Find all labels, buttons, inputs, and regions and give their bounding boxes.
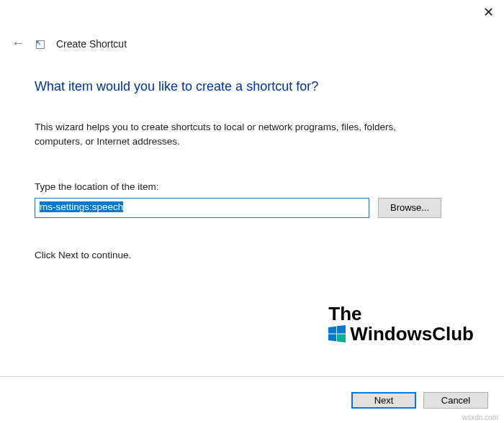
- button-bar: Next Cancel: [351, 392, 488, 409]
- location-input-value: ms-settings:speech: [40, 201, 123, 212]
- wizard-description: This wizard helps you to create shortcut…: [35, 120, 438, 150]
- page-heading: What item would you like to create a sho…: [35, 79, 469, 94]
- button-bar-separator: [0, 376, 504, 377]
- cancel-button[interactable]: Cancel: [423, 392, 488, 409]
- shortcut-icon: [36, 40, 45, 49]
- close-icon[interactable]: ✕: [483, 6, 494, 19]
- svg-marker-2: [328, 335, 336, 342]
- origin-label: wsxdn.com: [462, 414, 498, 422]
- svg-marker-1: [337, 325, 346, 334]
- svg-marker-0: [328, 327, 336, 334]
- wizard-title: Create Shortcut: [56, 38, 127, 50]
- back-arrow-icon[interactable]: ←: [12, 36, 24, 51]
- next-button[interactable]: Next: [351, 392, 416, 409]
- wizard-header: ← Create Shortcut: [12, 36, 127, 51]
- location-row: ms-settings:speech Browse...: [35, 198, 469, 218]
- svg-marker-3: [337, 335, 346, 343]
- location-input[interactable]: ms-settings:speech: [35, 198, 369, 218]
- wizard-content: What item would you like to create a sho…: [35, 79, 469, 260]
- watermark-line1: The: [328, 304, 474, 324]
- continue-hint: Click Next to continue.: [35, 250, 469, 260]
- browse-button[interactable]: Browse...: [378, 198, 441, 218]
- watermark-line2: WindowsClub: [350, 324, 474, 344]
- location-label: Type the location of the item:: [35, 181, 469, 192]
- windows-logo-icon: [328, 325, 346, 342]
- watermark: The WindowsClub: [328, 304, 474, 344]
